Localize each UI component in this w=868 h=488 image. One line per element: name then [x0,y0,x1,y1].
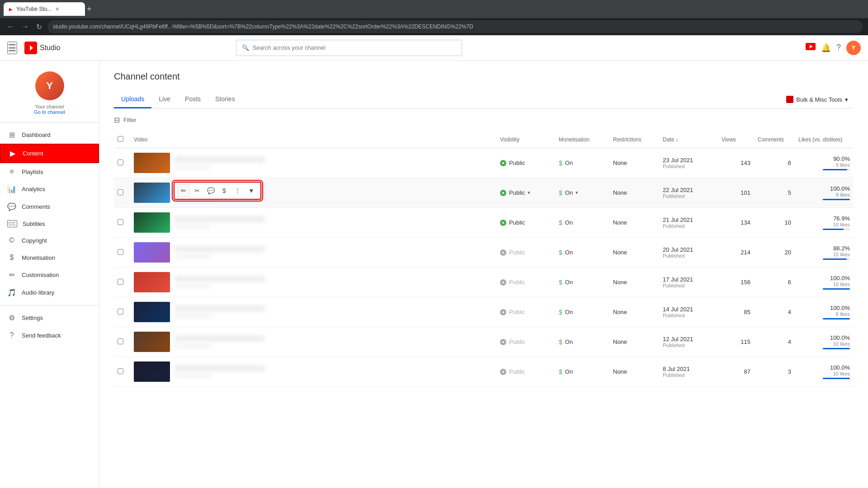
select-all-checkbox[interactable] [118,136,123,142]
more-options-button[interactable]: ⋮ [231,184,244,197]
sidebar-item-label-dashboard: Dashboard [22,131,51,138]
monetisation-cell: $ On [559,338,606,346]
row-checkbox[interactable] [118,309,123,314]
sidebar-item-dashboard[interactable]: ⊞ Dashboard [0,126,99,144]
table-row: ✏ ✂ 💬 $ ⋮ ▼ Public ▾ $ On ▾ None 22 Jul … [114,178,854,208]
monetisation-status: On [565,249,573,256]
date-main: 12 Jul 2021 [663,336,714,343]
likes-count: 15 likes [798,252,850,257]
video-status [175,254,211,259]
comments-value: 6 [788,279,791,286]
likes-fill [823,229,844,230]
create-button[interactable] [806,43,816,52]
scissors-button[interactable]: ✂ [191,184,203,197]
forward-button[interactable]: → [20,21,31,33]
sidebar-item-subtitles[interactable]: CC Subtitles [0,216,99,232]
monetisation-dropdown-button[interactable]: ▾ [576,190,578,196]
date-main: 17 Jul 2021 [663,276,714,283]
sidebar-item-analytics[interactable]: 📊 Analytics [0,180,99,198]
date-sub: Published [663,193,714,199]
row-checkbox[interactable] [118,189,123,195]
row-checkbox[interactable] [118,249,123,255]
tab-close-button[interactable]: × [56,5,59,13]
date-sub: Published [663,253,714,258]
new-tab-button[interactable]: + [87,5,92,14]
sidebar-item-copyright[interactable]: © Copyright [0,232,99,249]
sidebar-item-monetisation[interactable]: $ Monetisation [0,249,99,266]
notifications-button[interactable]: 🔔 [821,43,831,53]
edit-button[interactable]: ✏ [177,184,190,197]
sidebar-item-comments[interactable]: 💬 Comments [0,198,99,216]
sidebar-channel-link[interactable]: Go to channel [34,109,65,115]
studio-logo-text: Studio [40,44,60,52]
views-value: 143 [741,160,750,166]
likes-bar [823,318,850,319]
page-title: Channel content [114,71,854,82]
settings-icon: ⚙ [7,314,16,322]
visibility-dot [500,160,506,166]
sidebar-item-settings[interactable]: ⚙ Settings [0,309,99,327]
action-toolbar: ✏ ✂ 💬 $ ⋮ ▼ [174,182,261,200]
likes-count: 9 likes [798,162,850,168]
sidebar: Y Your channel Go to channel ⊞ Dashboard… [0,61,99,488]
header-right: 🔔 ? Y [806,41,861,55]
search-input[interactable] [253,44,456,51]
address-bar[interactable]: studio.youtube.com/channel/UCqHLg49PbFe6… [47,20,863,33]
header-visibility: Visibility [496,131,555,148]
visibility-arrow-button[interactable]: ▼ [245,184,258,197]
svg-point-5 [502,192,504,194]
sidebar-item-audio-library[interactable]: 🎵 Audio library [0,284,99,301]
search-bar[interactable]: 🔍 [236,40,462,56]
sidebar-item-content[interactable]: ▶ Content [0,144,99,163]
bulk-tools-button[interactable]: Bulk & Misc Tools ▾ [781,92,854,107]
avatar[interactable]: Y [846,41,861,55]
row-checkbox[interactable] [118,219,123,225]
header-date[interactable]: Date ↓ [659,131,718,148]
video-thumbnail [134,153,170,173]
dollar-icon: $ [559,219,562,226]
back-button[interactable]: ← [5,21,16,33]
row-checkbox[interactable] [118,160,123,165]
tab-uploads[interactable]: Uploads [114,91,151,108]
analytics-icon: 📊 [7,185,16,193]
date-sub: Published [663,283,714,288]
tab-live[interactable]: Live [151,91,178,108]
date-main: 8 Jul 2021 [663,366,714,372]
dollar-icon: $ [559,309,562,316]
tab-posts[interactable]: Posts [178,91,208,108]
video-status [175,343,211,348]
help-button[interactable]: ? [836,43,841,52]
sidebar-item-label-content: Content [23,150,43,157]
video-thumbnail [134,212,170,233]
audio-library-icon: 🎵 [7,288,16,297]
sidebar-item-playlists[interactable]: ≡ Playlists [0,163,99,180]
date-cell: 23 Jul 2021 Published [663,157,714,169]
sidebar-item-customisation[interactable]: ✏ Customisation [0,266,99,284]
row-checkbox[interactable] [118,368,123,374]
row-checkbox[interactable] [118,279,123,285]
hamburger-button[interactable]: ☰ [7,42,17,54]
sidebar-item-feedback[interactable]: ? Send feedback [0,327,99,344]
restrictions-value: None [613,189,627,196]
svg-point-6 [502,222,504,224]
header-restrictions: Restrictions [609,131,659,148]
header-checkbox-col [114,131,130,148]
table-row: Public $ On None 17 Jul 2021 Published 1… [114,267,854,297]
row-checkbox[interactable] [118,338,123,344]
video-cell [134,332,493,352]
date-cell: 20 Jul 2021 Published [663,246,714,258]
refresh-button[interactable]: ↻ [34,21,44,33]
tab-stories[interactable]: Stories [208,91,242,108]
sidebar-item-label-monetisation: Monetisation [22,254,55,261]
dashboard-icon: ⊞ [7,131,16,139]
comments-icon: 💬 [7,202,16,211]
likes-cell: 100.0% 9 likes [798,185,850,200]
browser-tab[interactable]: ▶ YouTube Stu... × [4,2,85,16]
visibility-dropdown-button[interactable]: ▾ [528,190,530,196]
date-main: 14 Jul 2021 [663,306,714,313]
video-info [175,216,493,229]
filter-label: Filter [123,117,137,123]
monetise-button[interactable]: $ [218,184,231,197]
likes-cell: 90.0% 9 likes [798,155,850,170]
comment-button[interactable]: 💬 [204,184,217,197]
